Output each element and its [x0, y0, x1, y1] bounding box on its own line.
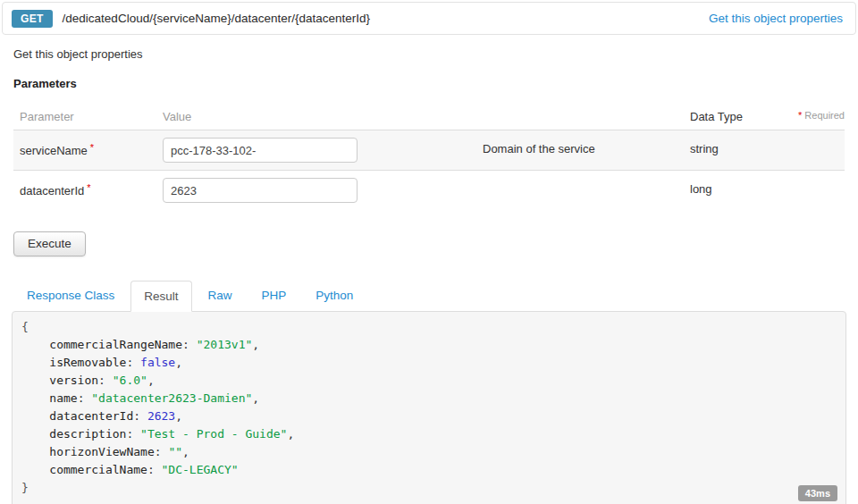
tab-python[interactable]: Python: [302, 280, 366, 311]
code-line: }: [21, 479, 837, 497]
tab-result[interactable]: Result: [130, 281, 191, 312]
datacenterid-input[interactable]: [163, 178, 358, 203]
code-line: horizonViewName: "",: [21, 443, 837, 461]
required-asterisk: *: [90, 142, 94, 153]
code-line: isRemovable: false,: [21, 354, 837, 372]
parameters-table-header: Parameter Value Data Type * Required: [13, 103, 845, 130]
code-line: name: "datacenter2623-Damien",: [21, 390, 837, 407]
column-header-parameter: Parameter: [13, 103, 163, 130]
param-description: [483, 171, 690, 194]
code-line: datacenterId: 2623,: [21, 407, 837, 425]
code-line: commercialName: "DC-LEGACY": [21, 461, 837, 479]
code-line: commercialRangeName: "2013v1",: [21, 336, 837, 354]
table-row-datacenterid: datacenterId* long: [13, 171, 845, 210]
parameters-table: Parameter Value Data Type * Required ser…: [13, 103, 845, 210]
param-name: serviceName*: [13, 130, 163, 169]
column-header-description: [483, 103, 690, 116]
tab-response-class[interactable]: Response Class: [13, 280, 128, 311]
param-name: datacenterId*: [13, 171, 163, 209]
required-asterisk: *: [87, 182, 90, 193]
operation-description: Get this object properties: [13, 47, 858, 61]
tab-php[interactable]: PHP: [248, 280, 300, 311]
column-header-data-type: Data Type: [690, 103, 779, 130]
http-method-badge: GET: [12, 10, 53, 28]
table-row-servicename: serviceName* Domain of the service strin…: [13, 130, 845, 171]
param-data-type: long: [690, 171, 779, 207]
result-code: { commercialRangeName: "2013v1", isRemov…: [21, 318, 837, 497]
code-line: {: [21, 318, 837, 336]
column-header-value: Value: [163, 103, 483, 130]
object-properties-link[interactable]: Get this object properties: [709, 12, 843, 25]
endpoint-path: /dedicatedCloud/{serviceName}/datacenter…: [63, 12, 370, 25]
required-label: Required: [802, 110, 845, 121]
response-tabs: Response Class Result Raw PHP Python: [13, 280, 858, 311]
result-panel: { commercialRangeName: "2013v1", isRemov…: [12, 311, 846, 504]
endpoint-header[interactable]: GET /dedicatedCloud/{serviceName}/datace…: [2, 2, 856, 35]
servicename-input[interactable]: [163, 138, 358, 163]
parameters-title: Parameters: [13, 77, 858, 90]
column-header-required: * Required: [779, 103, 845, 127]
param-data-type: string: [690, 130, 779, 167]
duration-badge: 43ms: [798, 485, 837, 501]
param-description: Domain of the service: [483, 130, 690, 167]
code-line: version: "6.0",: [21, 372, 837, 390]
execute-button[interactable]: Execute: [13, 231, 86, 256]
tab-raw[interactable]: Raw: [195, 280, 246, 311]
code-line: description: "Test - Prod - Guide",: [21, 425, 837, 443]
